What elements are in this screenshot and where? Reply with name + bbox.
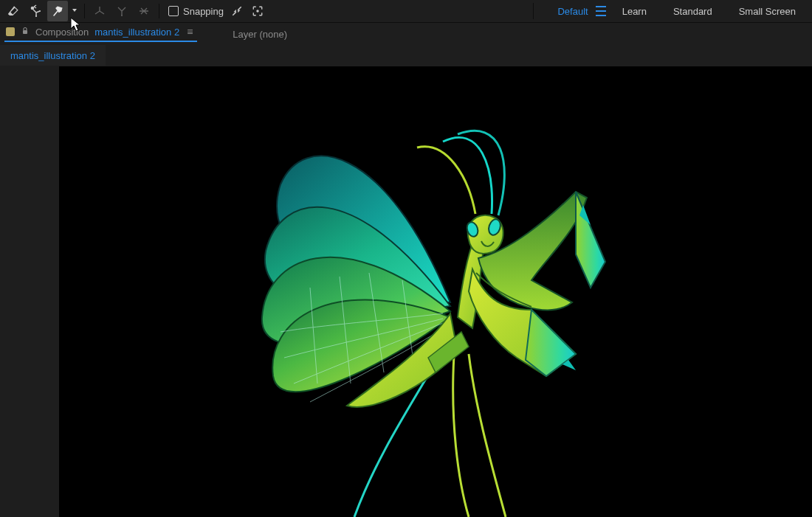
pin-tool-button[interactable] — [47, 1, 68, 21]
snap-collapse-icon — [231, 5, 243, 17]
toolbar-divider-1 — [84, 4, 85, 18]
world-axis-button[interactable] — [111, 1, 132, 21]
puppet-pin-tool-button[interactable] — [25, 1, 46, 21]
canvas-area — [59, 66, 812, 517]
puppet-pin-icon — [29, 4, 42, 18]
workspace-default[interactable]: Default — [544, 0, 601, 23]
workspace-learn[interactable]: Learn — [609, 0, 660, 23]
workspace-switcher: Default Learn Standard Small Screen — [533, 0, 809, 23]
composition-name[interactable]: mantis_illustration 2 — [94, 27, 179, 38]
composition-label: Composition — [35, 27, 89, 38]
snap-expand-button[interactable] — [247, 1, 268, 21]
workspace-learn-label: Learn — [622, 6, 647, 17]
hamburger-line — [596, 6, 606, 7]
main-toolbar: Snapping Default Learn Standard Small Sc… — [0, 0, 812, 23]
snap-collapse-button[interactable] — [227, 1, 247, 21]
hamburger-line — [596, 10, 606, 12]
checkbox-icon — [168, 6, 179, 16]
axis-world-icon — [115, 4, 128, 18]
tool-group-3d — [89, 1, 154, 21]
eraser-icon — [7, 4, 20, 18]
pin-icon — [51, 4, 64, 18]
hamburger-line — [596, 15, 606, 16]
snapping-toggle[interactable]: Snapping — [168, 6, 224, 17]
snapping-label: Snapping — [183, 6, 224, 17]
subtab-bar: mantis_illustration 2 — [0, 45, 812, 66]
chevron-down-small-icon — [71, 4, 78, 18]
local-axis-button[interactable] — [89, 1, 110, 21]
axis-view-icon — [137, 4, 151, 18]
panel-header: Composition mantis_illustration 2 ≡ Laye… — [0, 23, 812, 45]
svg-point-3 — [121, 15, 123, 16]
eraser-tool-button[interactable] — [3, 1, 24, 21]
workspace-menu-button[interactable] — [596, 6, 606, 16]
svg-point-4 — [256, 10, 258, 12]
composition-tab[interactable]: Composition mantis_illustration 2 ≡ — [4, 27, 197, 42]
composition-viewer[interactable] — [59, 66, 812, 517]
workspace-default-label: Default — [557, 6, 588, 17]
workspace-divider — [533, 3, 534, 19]
subtab-label: mantis_illustration 2 — [10, 50, 95, 61]
panel-menu-button[interactable]: ≡ — [187, 27, 193, 37]
mantis-illustration — [59, 66, 812, 517]
axis-local-icon — [93, 4, 106, 18]
composition-swatch — [6, 27, 15, 36]
svg-point-1 — [35, 15, 37, 17]
lock-icon[interactable] — [21, 27, 30, 38]
subtab-composition[interactable]: mantis_illustration 2 — [0, 45, 106, 66]
workspace-small-screen[interactable]: Small Screen — [726, 0, 809, 23]
layer-tab[interactable]: Layer (none) — [233, 29, 287, 40]
workspace-small-screen-label: Small Screen — [739, 6, 796, 17]
svg-rect-5 — [23, 30, 27, 34]
tool-dropdown-button[interactable] — [69, 1, 80, 21]
svg-point-2 — [39, 10, 41, 12]
tool-group-left — [3, 1, 80, 21]
toolbar-divider-2 — [159, 4, 159, 18]
view-axis-button[interactable] — [134, 1, 154, 21]
workspace-standard-label: Standard — [673, 6, 712, 17]
snap-expand-icon — [252, 5, 264, 17]
workspace-standard[interactable]: Standard — [660, 0, 726, 23]
layer-label: Layer (none) — [233, 29, 287, 40]
